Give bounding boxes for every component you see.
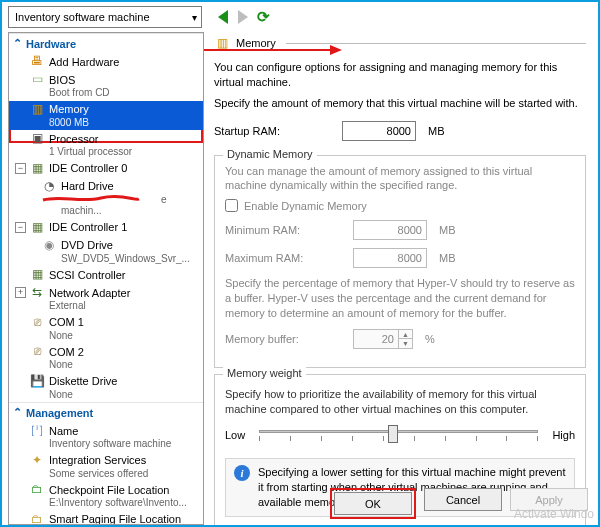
tree-label: DVD Drive — [61, 239, 113, 252]
nav-back-button[interactable] — [216, 10, 230, 24]
vm-selector[interactable]: Inventory software machine ▾ — [8, 6, 202, 28]
group-legend: Memory weight — [223, 367, 306, 379]
enable-dynamic-checkbox[interactable] — [225, 199, 238, 212]
max-ram-label: Maximum RAM: — [225, 252, 345, 264]
unit-percent: % — [425, 333, 435, 345]
annotation-scribble — [41, 194, 141, 204]
nav-forward-button — [236, 10, 250, 24]
chevron-up-icon: ⌃ — [13, 406, 22, 419]
memory-icon: ▥ — [29, 103, 45, 117]
tree-scsi[interactable]: ▦SCSI Controller — [9, 266, 203, 284]
ok-button[interactable]: OK — [334, 492, 412, 515]
section-label: Hardware — [26, 38, 76, 50]
controller-icon: ▦ — [29, 162, 45, 176]
dynamic-desc: You can manage the amount of memory assi… — [225, 164, 575, 194]
tree-label: Name — [49, 425, 78, 438]
tree-label: Add Hardware — [49, 56, 119, 69]
startup-ram-label: Startup RAM: — [214, 125, 334, 137]
cancel-button[interactable]: Cancel — [424, 488, 502, 511]
pane-desc-2: Specify the amount of memory that this v… — [214, 96, 586, 111]
add-hardware-icon: 🖶 — [29, 55, 45, 69]
tree-memory[interactable]: ▥Memory 8000 MB — [9, 101, 203, 131]
tree-sub: 8000 MB — [29, 117, 203, 129]
tree-hard-drive[interactable]: ◔Hard Drive e machin... — [9, 178, 203, 219]
tree-dvd[interactable]: ◉DVD Drive SW_DVD5_Windows_Svr_... — [9, 237, 203, 267]
slider-ticks — [259, 436, 538, 442]
weight-desc: Specify how to prioritize the availabili… — [225, 387, 575, 417]
tree-label: COM 1 — [49, 316, 84, 329]
startup-ram-input[interactable] — [342, 121, 416, 141]
tree-label: IDE Controller 0 — [49, 162, 127, 175]
section-management[interactable]: ⌃ Management — [9, 402, 203, 422]
svg-marker-1 — [330, 45, 342, 55]
tree-label: COM 2 — [49, 346, 84, 359]
tree-network[interactable]: + ⇆Network Adapter External — [9, 284, 203, 314]
weight-high-label: High — [552, 429, 575, 441]
checkpoint-icon: 🗀 — [29, 483, 45, 497]
min-ram-input — [353, 220, 427, 240]
slider-thumb[interactable] — [388, 425, 398, 443]
tree-bios[interactable]: ▭BIOS Boot from CD — [9, 71, 203, 101]
triangle-left-icon — [218, 10, 228, 24]
controller-icon: ▦ — [29, 221, 45, 235]
buffer-label: Memory buffer: — [225, 333, 345, 345]
tree-label: Smart Paging File Location — [49, 513, 181, 524]
unit-mb: MB — [439, 252, 456, 264]
tree-sub: Inventory software machine — [29, 438, 203, 450]
group-legend: Dynamic Memory — [223, 148, 317, 160]
spinner-up-icon: ▲ — [398, 330, 412, 340]
settings-pane: ▥ Memory You can configure options for a… — [204, 32, 594, 525]
hdd-icon: ◔ — [41, 180, 57, 194]
apply-button: Apply — [510, 488, 588, 511]
enable-dynamic-label: Enable Dynamic Memory — [244, 200, 367, 212]
spinner-down-icon: ▼ — [398, 339, 412, 348]
tree-integration[interactable]: ✦Integration Services Some services offe… — [9, 452, 203, 482]
unit-mb: MB — [439, 224, 456, 236]
bios-icon: ▭ — [29, 73, 45, 87]
tree-label: Processor — [49, 133, 99, 146]
tree-label: BIOS — [49, 74, 75, 87]
dvd-icon: ◉ — [41, 239, 57, 253]
tree-sub: 1 Virtual processor — [29, 146, 203, 158]
weight-low-label: Low — [225, 429, 245, 441]
tree-sub: E:\Inventory software\Invento... — [29, 497, 203, 509]
tree-sub: None — [29, 359, 203, 371]
collapse-icon[interactable]: − — [15, 163, 26, 174]
smart-paging-icon: 🗀 — [29, 513, 45, 525]
refresh-icon: ⟳ — [257, 8, 270, 26]
name-icon: ［ᴵ］ — [29, 424, 45, 438]
tree-label: SCSI Controller — [49, 269, 125, 282]
annotation-red-arrow — [204, 44, 342, 54]
tree-diskette[interactable]: 💾Diskette Drive None — [9, 373, 203, 403]
tree-sub: SW_DVD5_Windows_Svr_... — [41, 253, 203, 265]
cpu-icon: ▣ — [29, 132, 45, 146]
tree-label: Diskette Drive — [49, 375, 117, 388]
tree-checkpoint-location[interactable]: 🗀Checkpoint File Location E:\Inventory s… — [9, 481, 203, 511]
pane-desc-1: You can configure options for assigning … — [214, 60, 586, 90]
settings-tree: ⌃ Hardware 🖶Add Hardware ▭BIOS Boot from… — [8, 32, 204, 525]
collapse-icon[interactable]: − — [15, 222, 26, 233]
tree-label: Memory — [49, 103, 89, 116]
tree-name[interactable]: ［ᴵ］Name Inventory software machine — [9, 422, 203, 452]
section-hardware[interactable]: ⌃ Hardware — [9, 33, 203, 53]
tree-processor[interactable]: ▣Processor 1 Virtual processor — [9, 130, 203, 160]
min-ram-label: Minimum RAM: — [225, 224, 345, 236]
refresh-button[interactable]: ⟳ — [256, 10, 270, 24]
expand-icon[interactable]: + — [15, 287, 26, 298]
tree-smart-paging[interactable]: 🗀Smart Paging File Location E:\Inventory… — [9, 511, 203, 525]
tree-com2[interactable]: ⎚COM 2 None — [9, 343, 203, 373]
tree-sub: Some services offered — [29, 468, 203, 480]
tree-com1[interactable]: ⎚COM 1 None — [9, 314, 203, 344]
slider-track — [259, 430, 538, 433]
chevron-up-icon: ⌃ — [13, 37, 22, 50]
unit-mb: MB — [428, 125, 445, 137]
tree-label: Integration Services — [49, 454, 146, 467]
tree-sub: External — [29, 300, 203, 312]
tree-add-hardware[interactable]: 🖶Add Hardware — [9, 53, 203, 71]
tree-ide1[interactable]: − ▦IDE Controller 1 — [9, 219, 203, 237]
weight-slider[interactable] — [259, 424, 538, 446]
tree-scroll[interactable]: ⌃ Hardware 🖶Add Hardware ▭BIOS Boot from… — [9, 33, 203, 524]
annotation-red-box-ok: OK — [330, 488, 416, 519]
tree-ide0[interactable]: − ▦IDE Controller 0 — [9, 160, 203, 178]
buffer-desc: Specify the percentage of memory that Hy… — [225, 276, 575, 321]
